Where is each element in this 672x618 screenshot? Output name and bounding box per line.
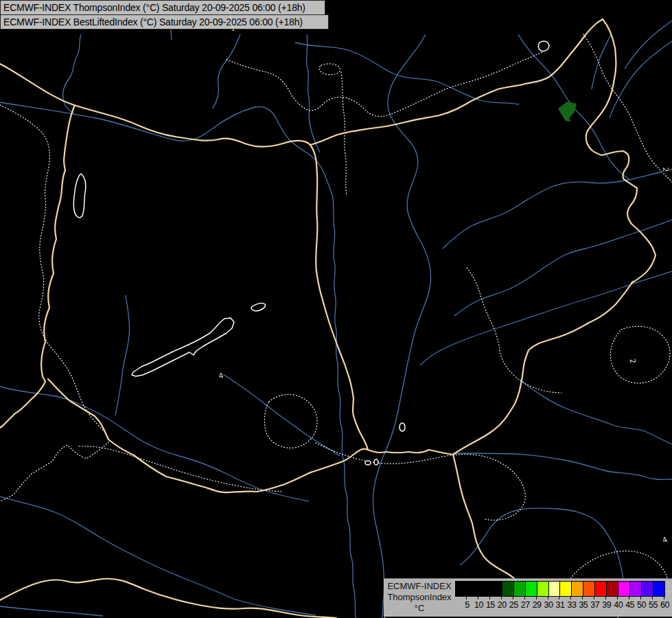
legend-color-segment — [641, 582, 653, 596]
legend-tick — [629, 596, 641, 599]
legend-tick-label: 15 — [485, 600, 496, 610]
header-line-thompson-index: ECMWF-INDEX ThompsonIndex (°C) Saturday … — [0, 0, 325, 15]
legend-tick — [537, 596, 548, 599]
legend-tick-label: 40 — [612, 600, 624, 610]
data-shading-patch — [558, 102, 577, 122]
legend-color-segment — [548, 582, 560, 596]
legend-title-parameter: ThompsonIndex — [384, 592, 455, 603]
legend-color-segment — [594, 582, 606, 596]
legend-color-segment — [606, 582, 618, 596]
legend-tick-label: 5 — [461, 600, 473, 610]
legend-panel: ECMWF-INDEX ThompsonIndex °C 51015202527… — [384, 578, 672, 617]
legend-tick — [502, 596, 513, 599]
legend-color-segment — [583, 582, 594, 596]
legend-tick — [571, 596, 583, 599]
lake-neusiedl — [73, 174, 86, 218]
legend-tick-label: 33 — [566, 600, 577, 610]
legend-tick-label: 45 — [624, 600, 636, 610]
legend-tick-label: 20 — [496, 600, 508, 610]
legend-title-model: ECMWF-INDEX — [384, 581, 455, 592]
legend-tick — [478, 596, 490, 599]
legend-tick — [606, 596, 618, 599]
legend-tick-label: 55 — [647, 600, 659, 610]
legend-tick — [525, 596, 537, 599]
legend-tick — [513, 596, 525, 599]
contour-label: 4 — [661, 535, 669, 545]
map-title-header: ECMWF-INDEX ThompsonIndex (°C) Saturday … — [0, 0, 329, 30]
legend-tick-label: 31 — [555, 600, 566, 610]
river-lines — [0, 0, 672, 618]
map-canvas: 4 2 2 4 — [0, 0, 672, 618]
legend-tick — [641, 596, 653, 599]
legend-tick — [455, 596, 467, 599]
legend-tick — [467, 596, 478, 599]
legend-color-segment — [478, 582, 490, 596]
legend-tick-label: 39 — [601, 600, 612, 610]
legend-tick — [594, 596, 606, 599]
country-border-lines — [0, 0, 656, 618]
legend-color-segment — [502, 582, 513, 596]
legend-tick-labels: 51015202527293031333537394045505560 — [461, 600, 671, 610]
legend-tick — [653, 596, 664, 599]
legend-tick-label: 10 — [473, 600, 485, 610]
legend-tick-label: 29 — [531, 600, 543, 610]
legend-color-segment — [571, 582, 583, 596]
legend-colorbar — [455, 581, 665, 597]
legend-tick-label: 37 — [589, 600, 601, 610]
lake-outlines — [73, 41, 549, 465]
legend-tick — [559, 596, 571, 599]
legend-color-segment — [629, 582, 641, 596]
legend-title-block: ECMWF-INDEX ThompsonIndex °C — [384, 581, 455, 614]
legend-color-segment — [456, 582, 467, 596]
weather-map-stage: 4 2 2 4 ECMWF-INDEX ThompsonIndex (°C) S… — [0, 0, 672, 618]
legend-color-segment — [467, 582, 478, 596]
lake-velence — [251, 304, 266, 311]
contour-label: 2 — [661, 168, 670, 172]
legend-tick-label: 50 — [636, 600, 647, 610]
legend-tick-label: 35 — [577, 600, 589, 610]
legend-tick-marks — [455, 596, 664, 599]
legend-tick-label: 30 — [543, 600, 555, 610]
legend-color-segment — [525, 582, 537, 596]
contour-label: 2 — [627, 358, 637, 364]
legend-title-unit: °C — [384, 603, 455, 614]
header-line-best-lifted-index: ECMWF-INDEX BestLiftedIndex (°C) Saturda… — [0, 14, 329, 30]
lake-balaton — [132, 318, 234, 376]
legend-tick — [618, 596, 629, 599]
legend-color-segment — [559, 582, 571, 596]
legend-color-segment — [618, 582, 629, 596]
legend-color-segment — [653, 582, 664, 596]
legend-tick-label: 27 — [520, 600, 531, 610]
legend-tick-label: 60 — [659, 600, 671, 610]
legend-color-segment — [513, 582, 525, 596]
legend-color-segment — [490, 582, 502, 596]
legend-tick — [490, 596, 502, 599]
legend-tick — [583, 596, 594, 599]
contour-value-labels: 4 2 2 4 — [218, 168, 670, 545]
dotted-contour-lines — [0, 0, 672, 618]
legend-color-segment — [537, 582, 548, 596]
legend-tick-label: 25 — [508, 600, 520, 610]
contour-label: 4 — [218, 371, 224, 380]
legend-tick — [548, 596, 560, 599]
